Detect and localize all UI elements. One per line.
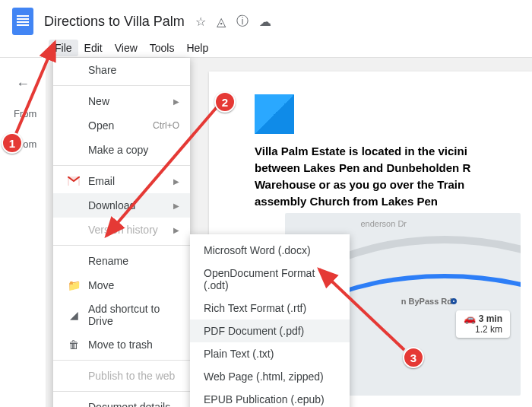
chevron-right-icon: ▶ [173,97,179,106]
download-rtf[interactable]: Rich Text Format (.rtf) [190,297,350,320]
outline-item[interactable]: From [0,106,46,122]
blank-icon [67,400,81,407]
doc-line: between Lakes Pen and Dunbeholden R [255,160,532,176]
file-open-label: Open [88,119,153,132]
file-shortcut-label: Add shortcut to Drive [88,303,179,327]
file-makecopy-label: Make a copy [88,144,179,156]
download-docx[interactable]: Microsoft Word (.docx) [190,239,350,262]
file-version-label: Version history [88,224,173,236]
cloud-status-icon[interactable]: ☁ [259,14,271,29]
share-icon [67,63,81,77]
annotation-step-3: 3 [403,347,424,368]
menu-tools[interactable]: Tools [144,40,181,56]
file-share[interactable]: Share [53,58,190,82]
drive-shortcut-icon: ◢ [67,308,81,322]
file-move-label: Move [88,279,179,291]
blank-icon [67,254,81,268]
file-version-history[interactable]: Version history ▶ [53,218,190,242]
eta-distance: 1.2 km [475,324,502,335]
map-eta-card: 🚗 3 min 1.2 km [456,310,510,338]
menubar: File Edit View Tools Help [0,38,532,58]
shortcut-text: Ctrl+O [153,120,179,131]
download-epub[interactable]: EPUB Publication (.epub) [190,388,350,407]
blank-icon [67,94,81,108]
file-new-label: New [88,95,173,107]
folder-move-icon: 📁 [67,278,81,292]
addons-icon[interactable]: ◬ [217,14,226,29]
file-publish-label: Publish to the web [88,370,179,382]
annotation-step-2: 2 [214,91,236,113]
document-body: Villa Palm Estate is located in the vici… [255,143,532,210]
map-marker-icon [451,298,457,304]
doc-line: assembly Church from Lakes Pen [255,193,532,210]
menu-edit[interactable]: Edit [78,40,109,56]
chevron-right-icon: ▶ [173,177,179,186]
download-txt[interactable]: Plain Text (.txt) [190,342,350,365]
file-rename-label: Rename [88,255,179,267]
download-pdf[interactable]: PDF Document (.pdf) [190,320,350,342]
docs-logo-icon[interactable] [12,8,33,35]
doc-line: Villa Palm Estate is located in the vici… [255,143,532,160]
titlebar: Directions to Villa Palm ☆ ◬ ⓘ ☁ [0,0,532,38]
info-icon[interactable]: ⓘ [236,14,249,30]
blank-icon [67,143,81,157]
menu-file[interactable]: File [49,40,78,56]
star-icon[interactable]: ☆ [195,14,206,29]
file-download-label: Download [88,199,173,211]
download-html[interactable]: Web Page (.html, zipped) [190,365,350,388]
file-email[interactable]: Email ▶ [53,169,190,193]
file-move[interactable]: 📁 Move [53,273,190,297]
download-submenu: Microsoft Word (.docx) OpenDocument Form… [190,234,350,407]
document-title[interactable]: Directions to Villa Palm [44,14,185,30]
outline-collapse-icon[interactable]: ← [16,76,30,92]
title-icon-group: ☆ ◬ ⓘ ☁ [195,14,271,30]
file-email-label: Email [88,175,173,187]
blank-icon [67,223,81,237]
trash-icon: 🗑 [67,338,81,351]
file-open[interactable]: Open Ctrl+O [53,113,190,138]
file-publish[interactable]: Publish to the web [53,364,190,388]
download-odt[interactable]: OpenDocument Format (.odt) [190,262,350,297]
file-dropdown: Share New ▶ Open Ctrl+O Make a copy Emai… [53,58,190,407]
file-make-copy[interactable]: Make a copy [53,138,190,162]
menu-view[interactable]: View [109,40,144,56]
outline-sidebar: ← From From [0,58,46,407]
windows-club-logo-icon [255,94,294,134]
file-move-to-trash[interactable]: 🗑 Move to trash [53,332,190,357]
menu-help[interactable]: Help [180,40,214,56]
blank-icon [67,369,81,383]
map-street-label: n ByPass Rd [401,297,452,306]
file-trash-label: Move to trash [88,339,179,351]
file-new[interactable]: New ▶ [53,89,190,113]
file-share-label: Share [88,64,179,76]
map-street-label: enderson Dr [360,219,407,228]
file-add-shortcut[interactable]: ◢ Add shortcut to Drive [53,297,190,332]
file-rename[interactable]: Rename [53,249,190,273]
blank-icon [67,119,81,132]
file-details-label: Document details [88,401,179,407]
file-download[interactable]: Download ▶ [53,193,190,218]
file-document-details[interactable]: Document details [53,395,190,407]
eta-time: 3 min [479,313,502,324]
chevron-right-icon: ▶ [173,202,179,210]
blank-icon [67,199,81,212]
gmail-icon [67,174,81,188]
chevron-right-icon: ▶ [173,226,179,234]
annotation-step-1: 1 [2,132,23,154]
doc-line: Warehouse or as you go over the Train [255,176,532,193]
car-icon: 🚗 [464,313,479,324]
